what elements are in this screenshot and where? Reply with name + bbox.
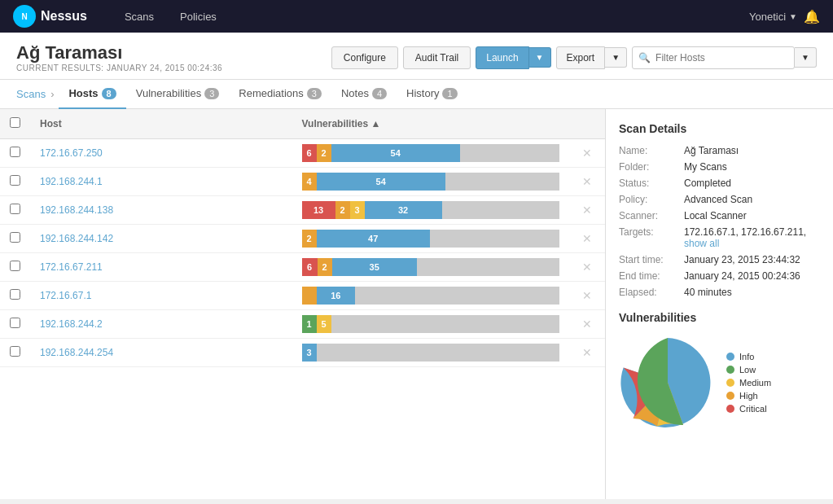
filter-hosts-input[interactable]	[632, 46, 795, 69]
vuln-segment-gray	[430, 230, 559, 248]
nessus-logo-icon: N	[13, 5, 36, 28]
row-checkbox[interactable]	[10, 204, 20, 214]
export-button[interactable]: Export	[556, 46, 606, 69]
detail-status-label: Status:	[619, 177, 684, 189]
vuln-segment-info: 54	[317, 173, 445, 191]
nav-scans[interactable]: Scans	[112, 0, 167, 33]
nav-policies[interactable]: Policies	[167, 0, 230, 33]
row-checkbox[interactable]	[10, 175, 20, 186]
table-row: 172.16.67.116✕	[0, 282, 605, 310]
configure-button[interactable]: Configure	[331, 46, 398, 69]
col-vulns-header[interactable]: Vulnerabilities ▲	[292, 109, 569, 139]
vuln-bar: 16	[302, 287, 559, 305]
row-checkbox[interactable]	[10, 261, 20, 271]
row-checkbox[interactable]	[10, 318, 20, 328]
tab-vulnerabilities-label: Vulnerabilities	[136, 87, 201, 99]
vulnerabilities-chart-title: Vulnerabilities	[619, 311, 820, 324]
host-cell: 172.16.67.250	[30, 139, 292, 168]
launch-button[interactable]: Launch	[476, 46, 528, 69]
vuln-bar: 15	[302, 315, 559, 333]
delete-row-button[interactable]: ✕	[579, 175, 595, 188]
vuln-bar-cell: 247	[292, 225, 569, 253]
top-nav: N Nessus Scans Policies Yonetici ▼ 🔔	[0, 0, 833, 33]
scan-details-title: Scan Details	[619, 122, 820, 135]
row-checkbox[interactable]	[10, 232, 20, 243]
tab-hosts[interactable]: Hosts 8	[59, 80, 125, 109]
detail-folder: Folder: My Scans	[619, 161, 820, 173]
tab-vulnerabilities-badge: 3	[204, 88, 219, 99]
vuln-segment-gray	[331, 315, 559, 333]
vuln-bar: 3	[302, 344, 559, 362]
tab-remediations[interactable]: Remediations 3	[229, 80, 331, 109]
delete-row-button[interactable]: ✕	[579, 346, 595, 359]
vuln-segment-info: 47	[317, 230, 430, 248]
legend-medium: Medium	[726, 378, 771, 388]
nav-right: Yonetici ▼ 🔔	[749, 9, 820, 24]
vuln-segment-info: 3	[302, 344, 317, 362]
notification-bell-icon[interactable]: 🔔	[804, 9, 820, 24]
row-checkbox[interactable]	[10, 289, 20, 300]
host-cell: 192.168.244.2	[30, 310, 292, 339]
user-menu[interactable]: Yonetici ▼	[749, 11, 797, 23]
detail-name-value: Ağ Taraması	[684, 145, 739, 156]
detail-start-time: Start time: January 23, 2015 23:44:32	[619, 254, 820, 265]
delete-row-button[interactable]: ✕	[579, 289, 595, 302]
detail-elapsed-label: Elapsed:	[619, 287, 684, 298]
vuln-bar: 132332	[302, 201, 559, 219]
detail-targets: Targets: 172.16.67.1, 172.16.67.211, sho…	[619, 226, 820, 249]
detail-targets-label: Targets:	[619, 226, 684, 249]
tabs: Hosts 8 Vulnerabilities 3 Remediations 3…	[59, 80, 467, 109]
delete-row-button[interactable]: ✕	[579, 261, 595, 274]
detail-scanner: Scanner: Local Scanner	[619, 210, 820, 221]
detail-scanner-value: Local Scanner	[684, 210, 747, 221]
delete-row-button[interactable]: ✕	[579, 318, 595, 331]
tab-history-badge: 1	[442, 88, 457, 99]
pie-chart	[619, 334, 717, 432]
tab-vulnerabilities[interactable]: Vulnerabilities 3	[126, 80, 230, 109]
table-area: Host Vulnerabilities ▲ 172.16.67.2506254…	[0, 109, 605, 499]
vuln-bar-cell: 132332	[292, 196, 569, 225]
detail-policy-label: Policy:	[619, 194, 684, 205]
detail-elapsed-value: 40 minutes	[684, 287, 732, 298]
detail-end-time: End time: January 24, 2015 00:24:36	[619, 270, 820, 282]
vulnerabilities-chart-section: Vulnerabilities	[619, 311, 820, 432]
table-row: 192.168.244.215✕	[0, 310, 605, 339]
filter-dropdown-button[interactable]: ▼	[795, 47, 817, 68]
audit-trail-button[interactable]: Audit Trail	[403, 46, 471, 69]
hosts-table: Host Vulnerabilities ▲ 172.16.67.2506254…	[0, 109, 605, 367]
logo-area: N Nessus	[13, 5, 87, 28]
username-label: Yonetici	[749, 11, 786, 23]
host-cell: 192.168.244.138	[30, 196, 292, 225]
tab-notes[interactable]: Notes 4	[331, 80, 397, 109]
legend-info-dot	[726, 353, 734, 361]
tab-remediations-label: Remediations	[239, 87, 304, 99]
detail-start-label: Start time:	[619, 254, 684, 265]
tab-history-label: History	[406, 87, 439, 99]
legend-high-dot	[726, 392, 734, 400]
launch-dropdown-arrow[interactable]: ▼	[529, 47, 551, 68]
table-row: 172.16.67.2506254✕	[0, 139, 605, 168]
vuln-segment-critical: 6	[302, 258, 318, 276]
tab-history[interactable]: History 1	[397, 80, 467, 109]
detail-start-value: January 23, 2015 23:44:32	[684, 254, 800, 265]
vuln-bar: 247	[302, 230, 559, 248]
host-cell: 172.16.67.211	[30, 253, 292, 282]
breadcrumb-scans[interactable]: Scans	[16, 88, 46, 100]
delete-row-button[interactable]: ✕	[579, 147, 595, 160]
vuln-bar: 6254	[302, 144, 559, 162]
legend-info: Info	[726, 352, 771, 362]
legend-low-label: Low	[739, 365, 756, 375]
delete-row-button[interactable]: ✕	[579, 204, 595, 217]
legend-critical-dot	[726, 405, 734, 413]
row-checkbox[interactable]	[10, 346, 20, 357]
tab-remediations-badge: 3	[307, 88, 322, 99]
delete-row-button[interactable]: ✕	[579, 232, 595, 245]
show-all-link[interactable]: show all	[684, 238, 719, 249]
chart-area: Info Low Medium High	[619, 334, 820, 432]
page-header: Ağ Taraması CURRENT RESULTS: JANUARY 24,…	[0, 33, 833, 80]
page-title-row: Ağ Taraması CURRENT RESULTS: JANUARY 24,…	[16, 42, 817, 72]
export-dropdown-arrow[interactable]: ▼	[605, 47, 627, 68]
row-checkbox[interactable]	[10, 147, 20, 157]
select-all-checkbox[interactable]	[10, 117, 20, 128]
vuln-bar-cell: 3	[292, 339, 569, 367]
